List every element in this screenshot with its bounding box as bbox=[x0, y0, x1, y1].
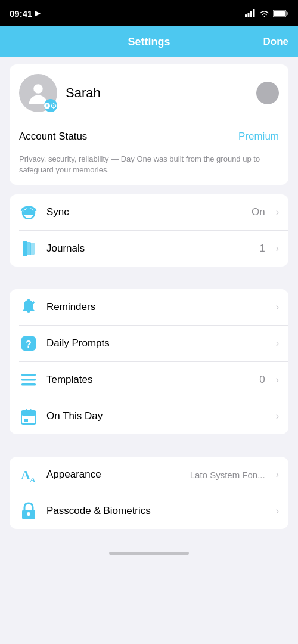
journals-icon-wrap bbox=[19, 239, 38, 258]
appearance-row[interactable]: A A Appearance Lato System Fon... › bbox=[10, 457, 288, 493]
templates-value: 0 bbox=[259, 374, 265, 386]
on-this-day-icon-wrap bbox=[19, 407, 38, 426]
appearance-icon-wrap: A A bbox=[19, 465, 38, 484]
svg-rect-18 bbox=[21, 383, 36, 386]
reminders-row[interactable]: ✦ Reminders › bbox=[10, 289, 288, 325]
done-button[interactable]: Done bbox=[263, 36, 289, 48]
sync-label: Sync bbox=[46, 206, 243, 218]
account-status-row[interactable]: Account Status Premium bbox=[10, 122, 288, 151]
on-this-day-icon bbox=[20, 408, 37, 425]
templates-label: Templates bbox=[46, 374, 251, 386]
account-status-value: Premium bbox=[238, 131, 279, 143]
svg-rect-3 bbox=[253, 9, 255, 17]
profile-color-dot[interactable] bbox=[256, 82, 279, 104]
svg-rect-2 bbox=[250, 11, 252, 17]
reminders-icon: ✦ bbox=[20, 298, 38, 316]
journals-label: Journals bbox=[46, 243, 251, 255]
svg-rect-21 bbox=[26, 409, 27, 413]
gap-2 bbox=[0, 444, 298, 457]
appearance-icon: A A bbox=[20, 466, 38, 483]
sync-icon bbox=[20, 206, 38, 219]
passcode-icon bbox=[21, 502, 36, 520]
templates-icon bbox=[20, 373, 37, 387]
account-status-label: Account Status bbox=[19, 131, 87, 143]
svg-rect-1 bbox=[248, 13, 250, 17]
svg-rect-17 bbox=[21, 379, 36, 381]
appearance-chevron: › bbox=[276, 469, 279, 480]
svg-point-7 bbox=[33, 84, 43, 94]
journals-chevron: › bbox=[276, 243, 279, 254]
time: 09:41 bbox=[10, 8, 32, 18]
daily-prompts-icon-wrap: ? bbox=[19, 334, 38, 353]
status-right bbox=[245, 9, 288, 17]
status-bar: 09:41 ▶ bbox=[0, 0, 298, 26]
home-indicator bbox=[0, 546, 298, 559]
journals-icon bbox=[20, 240, 37, 257]
reminders-label: Reminders bbox=[46, 301, 268, 313]
templates-chevron: › bbox=[276, 374, 279, 385]
profile-row[interactable]: ⚙ Sarah bbox=[10, 64, 288, 122]
svg-rect-22 bbox=[30, 409, 32, 413]
privacy-text: Privacy, security, reliability — Day One… bbox=[10, 151, 288, 185]
settings-card: A A Appearance Lato System Fon... › Pass… bbox=[10, 457, 288, 529]
svg-text:?: ? bbox=[26, 339, 32, 349]
passcode-chevron: › bbox=[276, 506, 279, 516]
nav-bar: Settings Done bbox=[0, 26, 298, 57]
sync-icon-wrap bbox=[19, 203, 38, 222]
svg-rect-20 bbox=[21, 411, 36, 416]
location-icon: ▶ bbox=[35, 9, 40, 17]
passcode-row[interactable]: Passcode & Biometrics › bbox=[10, 493, 288, 529]
daily-prompts-label: Daily Prompts bbox=[46, 338, 268, 349]
on-this-day-chevron: › bbox=[276, 411, 279, 422]
daily-prompts-chevron: › bbox=[276, 338, 279, 349]
on-this-day-row[interactable]: On This Day › bbox=[10, 398, 288, 434]
svg-rect-0 bbox=[245, 14, 247, 17]
profile-card: ⚙ Sarah Account Status Premium Privacy, … bbox=[10, 64, 288, 185]
daily-prompts-icon: ? bbox=[20, 335, 38, 352]
features-card: ✦ Reminders › ? Daily Prompts › bbox=[10, 289, 288, 434]
battery-icon bbox=[273, 10, 288, 17]
profile-name: Sarah bbox=[66, 85, 248, 101]
journals-row[interactable]: Journals 1 › bbox=[10, 231, 288, 267]
svg-rect-5 bbox=[274, 11, 285, 16]
sync-journals-card: Sync On › Journals 1 › bbox=[10, 194, 288, 267]
avatar-edit-badge[interactable]: ⚙ bbox=[44, 99, 57, 112]
nav-title: Settings bbox=[128, 36, 170, 48]
appearance-value: Lato System Fon... bbox=[190, 470, 265, 480]
svg-rect-11 bbox=[30, 243, 35, 255]
templates-row[interactable]: Templates 0 › bbox=[10, 362, 288, 398]
sync-row[interactable]: Sync On › bbox=[10, 194, 288, 230]
svg-text:A: A bbox=[30, 475, 36, 483]
avatar: ⚙ bbox=[19, 74, 57, 112]
status-left: 09:41 ▶ bbox=[10, 8, 40, 18]
sync-chevron: › bbox=[276, 207, 279, 218]
svg-rect-23 bbox=[24, 419, 28, 422]
passcode-label: Passcode & Biometrics bbox=[46, 505, 268, 517]
on-this-day-label: On This Day bbox=[46, 410, 268, 422]
passcode-icon-wrap bbox=[19, 501, 38, 521]
reminders-chevron: › bbox=[276, 302, 279, 312]
home-bar bbox=[109, 552, 189, 555]
svg-text:✦: ✦ bbox=[32, 300, 36, 305]
svg-point-12 bbox=[27, 299, 30, 301]
signal-icon bbox=[245, 9, 256, 17]
svg-rect-6 bbox=[287, 12, 288, 15]
svg-rect-28 bbox=[28, 514, 29, 516]
svg-rect-16 bbox=[21, 374, 36, 376]
reminders-icon-wrap: ✦ bbox=[19, 298, 38, 317]
sync-value: On bbox=[252, 206, 265, 218]
wifi-icon bbox=[259, 10, 269, 17]
appearance-label: Appearance bbox=[46, 469, 182, 481]
journals-value: 1 bbox=[259, 243, 265, 255]
gap-1 bbox=[0, 276, 298, 289]
content: ⚙ Sarah Account Status Premium Privacy, … bbox=[0, 57, 298, 546]
templates-icon-wrap bbox=[19, 370, 38, 389]
daily-prompts-row[interactable]: ? Daily Prompts › bbox=[10, 326, 288, 361]
svg-text:A: A bbox=[21, 467, 30, 482]
